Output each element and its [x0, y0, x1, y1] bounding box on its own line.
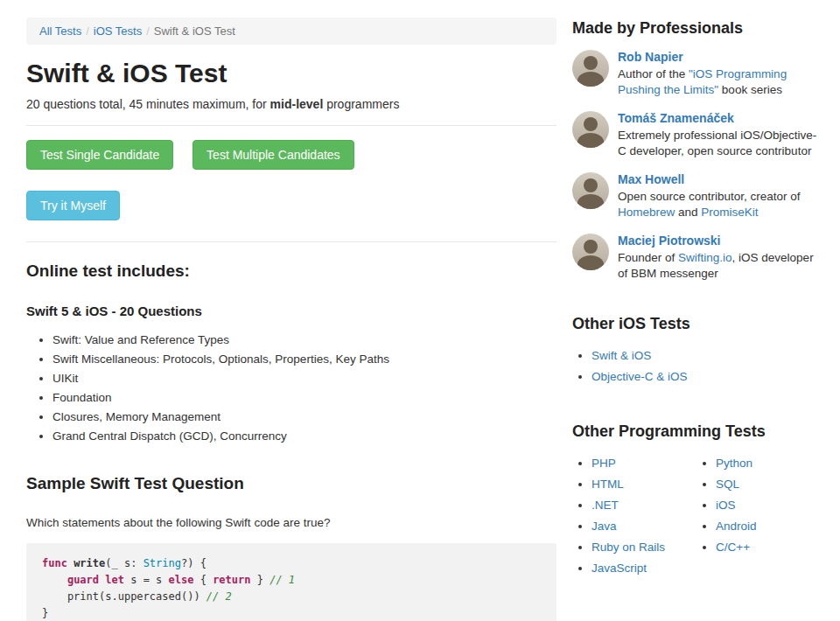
professional-card: Maciej Piotrowski Founder of Swifting.io…	[572, 234, 824, 282]
link-dotnet-test[interactable]: .NET	[592, 499, 619, 512]
link-sql-test[interactable]: SQL	[716, 478, 739, 491]
list-item: C/C++	[716, 537, 757, 558]
page-subtitle: 20 questions total, 45 minutes maximum, …	[26, 97, 556, 111]
list-item: Android	[716, 516, 757, 537]
list-item: .NET	[592, 495, 696, 516]
other-ios-tests-heading: Other iOS Tests	[572, 315, 824, 333]
sidebar: Made by Professionals Rob Napier Author …	[572, 17, 824, 621]
promisekit-link[interactable]: PromiseKit	[701, 206, 758, 219]
topics-list: Swift: Value and Reference Types Swift M…	[26, 331, 556, 446]
description-text: Founder of	[618, 251, 678, 264]
list-item: Java	[592, 516, 696, 537]
link-objective-c-ios-test[interactable]: Objective-C & iOS	[592, 370, 688, 383]
subtitle-level: mid-level	[270, 97, 324, 111]
professional-name-link[interactable]: Tomáš Znamenáček	[618, 111, 824, 125]
other-ios-tests-list: Swift & iOS Objective-C & iOS	[572, 345, 824, 387]
breadcrumb-current: Swift & iOS Test	[154, 24, 235, 38]
link-php-test[interactable]: PHP	[592, 457, 616, 470]
try-myself-row: Try it Myself	[26, 191, 556, 220]
description-text: Author of the	[618, 67, 689, 80]
breadcrumb-ios-tests[interactable]: iOS Tests	[94, 24, 142, 38]
professional-description: Author of the "iOS Programming Pushing t…	[618, 66, 824, 98]
avatar	[572, 234, 609, 270]
try-it-myself-button[interactable]: Try it Myself	[26, 191, 120, 220]
link-ios-test[interactable]: iOS	[716, 499, 736, 512]
candidate-buttons-row: Test Single Candidate Test Multiple Cand…	[26, 140, 556, 170]
breadcrumb-separator: /	[81, 24, 94, 38]
list-item: PHP	[592, 453, 696, 474]
professional-description: Founder of Swifting.io, iOS developer of…	[618, 250, 824, 282]
professional-info: Max Howell Open source contributor, crea…	[618, 172, 824, 220]
code-block: func write(_ s: String?) { guard let s =…	[26, 543, 556, 621]
professional-info: Maciej Piotrowski Founder of Swifting.io…	[618, 234, 824, 282]
link-javascript-test[interactable]: JavaScript	[592, 562, 647, 575]
link-android-test[interactable]: Android	[716, 520, 757, 533]
topic-item: Swift Miscellaneous: Protocols, Optional…	[52, 350, 556, 369]
link-java-test[interactable]: Java	[592, 520, 617, 533]
topic-item: Swift: Value and Reference Types	[52, 331, 556, 350]
other-programming-tests-heading: Other Programming Tests	[572, 422, 824, 441]
main-content: All Tests/iOS Tests/Swift & iOS Test Swi…	[26, 17, 556, 621]
avatar	[572, 50, 609, 87]
topic-item: Foundation	[52, 388, 556, 408]
link-c-cpp-test[interactable]: C/C++	[716, 541, 750, 554]
list-item: SQL	[716, 474, 757, 495]
breadcrumb-all-tests[interactable]: All Tests	[39, 24, 81, 38]
professional-description: Extremely professional iOS/Objective-C d…	[618, 128, 824, 159]
professional-name-link[interactable]: Rob Napier	[618, 50, 824, 64]
includes-heading: Online test includes:	[26, 262, 556, 281]
test-single-candidate-button[interactable]: Test Single Candidate	[26, 140, 173, 170]
link-python-test[interactable]: Python	[716, 457, 752, 470]
list-item: Python	[716, 453, 757, 474]
professional-card: Rob Napier Author of the "iOS Programmin…	[572, 50, 824, 98]
test-multiple-candidates-button[interactable]: Test Multiple Candidates	[192, 140, 354, 170]
page: All Tests/iOS Tests/Swift & iOS Test Swi…	[0, 0, 840, 621]
professional-card: Max Howell Open source contributor, crea…	[572, 172, 824, 220]
avatar	[572, 111, 609, 148]
subtitle-text: 20 questions total, 45 minutes maximum, …	[26, 97, 270, 111]
professional-description: Open source contributor, creator of Home…	[618, 189, 824, 220]
professional-name-link[interactable]: Maciej Piotrowski	[618, 234, 824, 248]
list-item: HTML	[592, 474, 696, 495]
link-swift-ios-test[interactable]: Swift & iOS	[592, 349, 651, 362]
other-tests-column-2: Python SQL iOS Android C/C++	[696, 453, 757, 579]
professional-name-link[interactable]: Max Howell	[618, 172, 824, 186]
link-ruby-on-rails-test[interactable]: Ruby on Rails	[592, 541, 665, 554]
avatar	[572, 172, 609, 209]
professional-info: Tomáš Znamenáček Extremely professional …	[618, 111, 824, 159]
breadcrumb-separator: /	[142, 24, 154, 38]
homebrew-link[interactable]: Homebrew	[618, 206, 675, 219]
topic-item: Closures, Memory Management	[52, 408, 556, 427]
page-title: Swift & iOS Test	[26, 59, 556, 88]
list-item: Ruby on Rails	[592, 537, 696, 558]
divider	[26, 241, 556, 242]
professional-card: Tomáš Znamenáček Extremely professional …	[572, 111, 824, 159]
description-text: and	[675, 206, 701, 219]
swifting-io-link[interactable]: Swifting.io	[678, 251, 732, 264]
professionals-heading: Made by Professionals	[572, 19, 824, 38]
list-item: iOS	[716, 495, 757, 516]
divider	[26, 125, 556, 126]
link-html-test[interactable]: HTML	[592, 478, 624, 491]
professional-info: Rob Napier Author of the "iOS Programmin…	[618, 50, 824, 98]
description-text: book series	[718, 83, 782, 96]
topic-item: Grand Central Dispatch (GCD), Concurrenc…	[52, 427, 556, 446]
topic-item: UIKit	[52, 369, 556, 388]
list-item: JavaScript	[592, 558, 696, 579]
description-text: Open source contributor, creator of	[618, 190, 801, 203]
subtitle-text: programmers	[323, 97, 399, 111]
list-item: Swift & iOS	[592, 345, 824, 366]
sample-question-heading: Sample Swift Test Question	[26, 474, 556, 493]
breadcrumb: All Tests/iOS Tests/Swift & iOS Test	[26, 17, 556, 45]
includes-subheading: Swift 5 & iOS - 20 Questions	[26, 304, 556, 318]
list-item: Objective-C & iOS	[592, 366, 824, 387]
sample-question-intro: Which statements about the following Swi…	[26, 516, 556, 529]
description-text: Extremely professional iOS/Objective-C d…	[618, 129, 816, 157]
other-tests-column-1: PHP HTML .NET Java Ruby on Rails JavaScr…	[572, 453, 696, 579]
other-tests-columns: PHP HTML .NET Java Ruby on Rails JavaScr…	[572, 453, 824, 579]
